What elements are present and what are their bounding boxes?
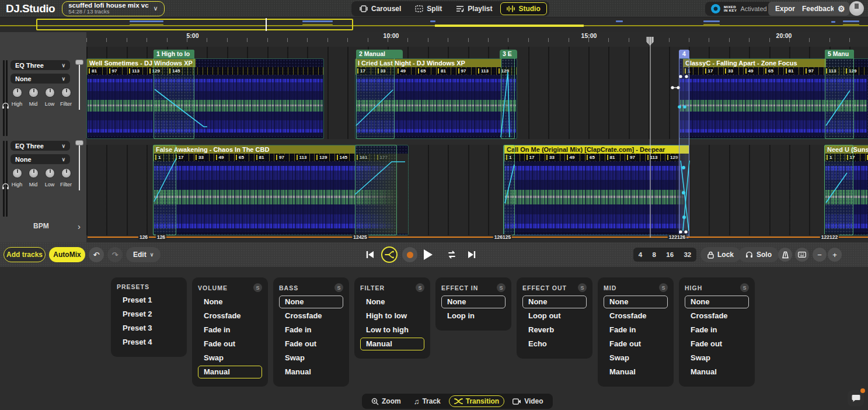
zoom-out-button[interactable]: − [813,248,827,262]
panel-option[interactable]: Crossfade [279,310,343,322]
transition-badge-5[interactable]: 5 Manu [825,50,854,58]
bpm-automation-line[interactable] [88,237,868,238]
panel-option[interactable]: High to low [360,310,424,322]
transition-3-region-row1[interactable] [501,50,515,139]
deck-a-volume-handle[interactable] [75,60,83,65]
knob-dial[interactable] [61,168,71,178]
knob-dial[interactable] [45,88,55,98]
panel-option[interactable]: Low to high [360,324,424,336]
panel-option[interactable]: None [279,296,343,308]
panel-option[interactable]: None [441,296,506,308]
panel-option[interactable]: None [685,296,749,308]
panel-option[interactable]: Crossfade [198,310,262,322]
clip-well-sometimes[interactable]: Well Sometimes - DJ Windows XP 819711312… [86,58,324,139]
sync-badge[interactable]: S [416,283,424,292]
play-button[interactable] [424,249,433,260]
transition-badge-2[interactable]: 2 Manual [356,50,403,58]
tool-transition[interactable]: Transition [449,395,504,407]
deck-b-volume-handle[interactable] [75,140,83,145]
panel-option[interactable]: Manual [360,338,424,350]
panel-option[interactable]: Fade out [604,338,668,350]
panel-option[interactable]: Fade out [279,338,343,350]
project-selector[interactable]: scuffed lofi house mix vc 54:28 / 13 tra… [62,1,164,16]
panel-option[interactable]: Swap [198,352,262,364]
zoom-in-button[interactable]: + [828,248,842,262]
avatar[interactable] [849,1,864,16]
overview-playhead[interactable] [266,18,267,31]
panel-option[interactable]: Loop in [441,310,506,322]
knob-dial[interactable] [61,88,71,98]
tab-playlist[interactable]: Playlist [450,3,498,15]
eq-knob[interactable]: Mid [26,168,41,187]
tool-video[interactable]: Video [508,396,548,406]
knob-dial[interactable] [12,168,22,178]
eq-knob[interactable]: High [9,88,25,107]
panel-option[interactable]: Preset 4 [117,336,181,349]
timeline-editor[interactable]: 5:00 10:00 15:00 20:00 Well Sometimes - … [86,32,868,242]
record-button[interactable] [402,247,417,262]
solo-button[interactable]: Solo [738,247,779,262]
panel-option[interactable]: Manual [604,366,668,378]
jump-to-transition-button[interactable] [381,246,398,263]
beat-jump-option[interactable]: 16 [666,251,674,258]
keyboard-shortcuts-button[interactable] [795,248,809,262]
deck-a-volume-slider[interactable] [79,62,80,110]
undo-button[interactable]: ↶ [89,247,104,262]
headphones-cue-icon[interactable] [2,183,9,190]
panel-option[interactable]: Swap [604,352,668,364]
panel-option[interactable]: Manual [685,366,749,378]
skip-forward-button[interactable] [467,250,476,259]
panel-option[interactable]: Preset 2 [117,308,181,321]
deck-a-effect-select[interactable]: None ∨ [11,74,70,84]
knob-dial[interactable] [29,88,39,98]
add-tracks-button[interactable]: Add tracks [4,247,46,262]
panel-option[interactable]: Fade in [279,324,343,336]
knob-dial[interactable] [12,88,22,98]
deck-b-eq-select[interactable]: EQ Three ∨ [11,141,70,151]
skip-back-button[interactable] [365,250,375,259]
panel-option[interactable]: Crossfade [604,310,668,322]
transition-1-region-row2[interactable] [153,145,176,235]
automix-button[interactable]: AutoMix [49,247,85,262]
sync-badge[interactable]: S [497,283,506,292]
settings-button[interactable]: ⚙ [834,2,849,16]
beat-jump-option[interactable]: 8 [652,251,656,258]
panel-option[interactable]: Swap [685,352,749,364]
eq-knob[interactable]: High [9,168,25,187]
tab-split[interactable]: Split [409,3,448,15]
transition-badge-1[interactable]: 1 High to lo [154,50,194,58]
edit-menu-button[interactable]: Edit ∨ [126,247,161,262]
bpm-panel-toggle[interactable]: BPM › [0,220,86,232]
tab-carousel[interactable]: Carousel [354,3,407,15]
transition-2-region-row2[interactable] [355,145,397,235]
panel-option[interactable]: Loop out [522,310,587,322]
tab-studio[interactable]: Studio [500,2,546,15]
deck-b-effect-select[interactable]: None ∨ [11,154,70,164]
overview-viewport[interactable] [36,19,353,30]
eq-knob[interactable]: Mid [26,88,41,107]
sync-badge[interactable]: S [334,283,343,292]
transition-5-region-row2[interactable] [824,145,853,235]
knob-dial[interactable] [45,168,55,178]
time-ruler[interactable] [86,38,868,42]
mixedinkey-license[interactable]: MIXED IN KEY Activated [705,2,773,16]
deck-a-eq-select[interactable]: EQ Three ∨ [11,60,70,70]
panel-option[interactable]: None [604,296,668,308]
panel-option[interactable]: None [198,296,262,308]
loop-button[interactable] [447,250,457,259]
panel-option[interactable]: Fade in [685,324,749,336]
transition-3-region-row2[interactable] [503,145,515,235]
eq-knob[interactable]: Filter [58,88,74,107]
panel-option[interactable]: Fade out [198,338,262,350]
panel-option[interactable]: None [360,296,424,308]
beat-jump-option[interactable]: 32 [684,251,691,258]
clip-call-on-me[interactable]: Call On Me (Original Mix) [ClapCrate.com… [504,145,689,235]
transition-badge-4-selected[interactable]: 4 [679,50,689,58]
eq-knob[interactable]: Low [42,168,57,187]
sync-badge[interactable]: S [253,283,262,292]
playhead-marker[interactable] [646,37,654,46]
sync-badge[interactable]: S [578,283,587,292]
headphones-cue-icon[interactable] [2,102,9,109]
sync-badge[interactable]: S [659,283,668,292]
eq-knob[interactable]: Filter [58,168,74,187]
